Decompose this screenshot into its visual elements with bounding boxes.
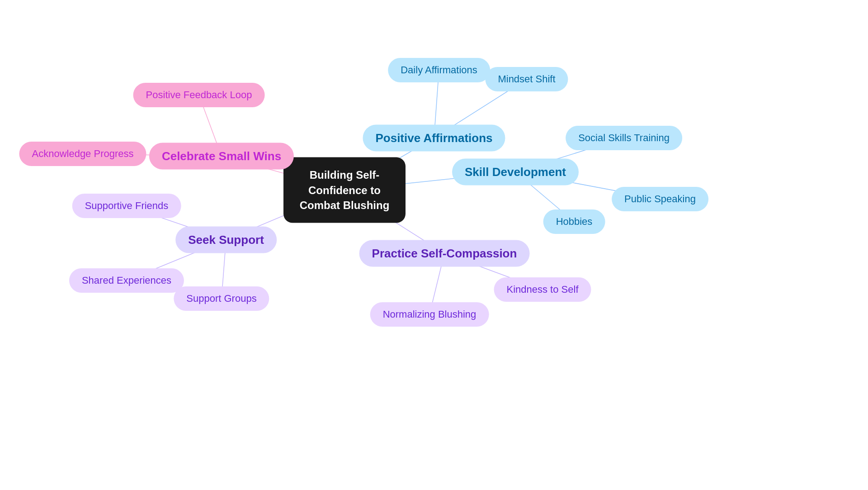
node-positive-feedback-loop[interactable]: Positive Feedback Loop [133, 83, 265, 107]
node-support-groups[interactable]: Support Groups [174, 286, 269, 311]
node-positive-affirmations[interactable]: Positive Affirmations [363, 125, 505, 152]
node-practice-self-compassion[interactable]: Practice Self-Compassion [359, 240, 530, 267]
node-daily-affirmations[interactable]: Daily Affirmations [388, 58, 490, 82]
node-hobbies[interactable]: Hobbies [543, 209, 605, 234]
node-celebrate-small-wins[interactable]: Celebrate Small Wins [149, 143, 294, 170]
node-public-speaking[interactable]: Public Speaking [612, 187, 708, 211]
node-shared-experiences[interactable]: Shared Experiences [69, 268, 184, 293]
node-normalizing-blushing[interactable]: Normalizing Blushing [370, 302, 489, 327]
node-seek-support[interactable]: Seek Support [175, 227, 277, 253]
node-skill-development[interactable]: Skill Development [452, 159, 579, 186]
node-supportive-friends[interactable]: Supportive Friends [72, 194, 181, 218]
node-kindness-to-self[interactable]: Kindness to Self [494, 277, 591, 302]
node-social-skills-training[interactable]: Social Skills Training [566, 126, 682, 150]
center-node: Building Self-Confidence to Combat Blush… [283, 157, 406, 223]
node-mindset-shift[interactable]: Mindset Shift [485, 67, 568, 91]
node-acknowledge-progress[interactable]: Acknowledge Progress [19, 142, 146, 166]
